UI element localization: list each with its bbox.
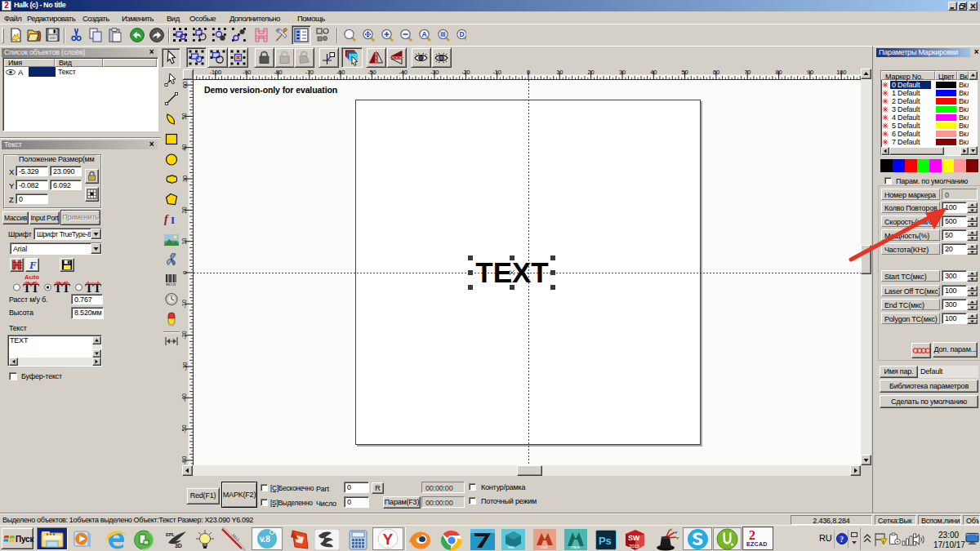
svg-text:SW: SW (628, 534, 640, 542)
svg-text:10: 10 (556, 69, 563, 76)
svg-text:70: 70 (744, 69, 751, 76)
svg-text:60: 60 (713, 69, 719, 76)
svg-text:60: 60 (182, 82, 189, 88)
svg-text:mud: mud (541, 545, 548, 549)
svg-text:0: 0 (182, 271, 189, 274)
svg-text:100: 100 (836, 69, 846, 76)
svg-text:A: A (422, 30, 427, 38)
svg-text:-40: -40 (399, 69, 408, 76)
svg-text:v.8: v.8 (260, 535, 270, 544)
svg-text:0: 0 (527, 69, 530, 76)
svg-text:-10: -10 (182, 300, 189, 308)
svg-text:-50: -50 (182, 424, 189, 433)
svg-text:90: 90 (807, 69, 813, 76)
svg-text:-90: -90 (243, 69, 251, 76)
svg-text:80: 80 (776, 69, 782, 76)
svg-text:-50: -50 (368, 69, 376, 76)
svg-text:-30: -30 (182, 362, 189, 371)
svg-text:Ps: Ps (599, 535, 612, 547)
svg-text:-100: -100 (210, 69, 221, 76)
svg-text:3D: 3D (175, 543, 182, 549)
svg-text:40: 40 (182, 144, 189, 151)
svg-text:D: D (460, 30, 465, 38)
svg-text:30: 30 (182, 176, 189, 182)
svg-text:maya: maya (571, 545, 580, 549)
svg-text:30: 30 (619, 69, 626, 76)
svg-text:-80: -80 (274, 69, 282, 76)
svg-text:50: 50 (182, 113, 189, 119)
svg-text:20: 20 (588, 69, 595, 76)
svg-text:10: 10 (182, 238, 189, 245)
svg-text:-60: -60 (336, 69, 345, 76)
svg-text:-40: -40 (182, 393, 189, 402)
svg-text:EPL: EPL (166, 532, 176, 537)
svg-text:-20: -20 (461, 69, 470, 76)
svg-text:Y: Y (383, 531, 394, 548)
svg-text:40: 40 (650, 69, 657, 76)
svg-text:50: 50 (682, 69, 688, 76)
svg-text:?: ? (840, 535, 844, 544)
svg-text:-60: -60 (182, 456, 189, 464)
svg-text:2015: 2015 (629, 544, 639, 549)
svg-text:!: ! (883, 540, 884, 544)
svg-text:-30: -30 (430, 69, 439, 76)
svg-text:20: 20 (182, 207, 189, 213)
svg-text:-10: -10 (493, 69, 501, 76)
svg-text:max: max (508, 545, 515, 549)
svg-text:983.7.29: 983.7.29 (166, 283, 176, 287)
svg-text:-70: -70 (305, 69, 314, 76)
svg-text:-20: -20 (182, 331, 189, 339)
